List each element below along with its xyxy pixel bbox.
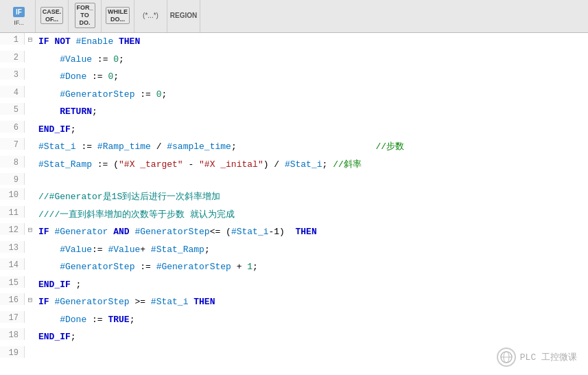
line-number: 7 <box>0 138 25 150</box>
code-token: ; <box>204 245 210 255</box>
code-token: >= <box>130 297 151 307</box>
code-row: 3 #Done := 0; <box>0 68 588 86</box>
code-line-content: #Done := 0; <box>36 68 588 86</box>
code-row: 9 <box>0 173 588 188</box>
line-number: 16 <box>0 293 25 305</box>
code-row: 10//#Generator是1S到达后进行一次斜率增加 <box>0 188 588 206</box>
code-line-content: #Value:= #Value+ #Stat_Ramp; <box>36 241 588 259</box>
code-row: 18END_IF; <box>0 328 588 346</box>
if-label: IF... <box>14 20 24 27</box>
comment-button[interactable]: (*...*) <box>134 0 167 32</box>
line-number: 5 <box>0 103 25 115</box>
fold-button[interactable]: ⊟ <box>25 293 36 304</box>
code-token: #Stat_i <box>38 141 76 152</box>
code-row: 12⊟IF #Generator AND #GeneratorStep<= (#… <box>0 223 588 241</box>
fold-button <box>25 121 36 123</box>
line-number: 3 <box>0 68 25 80</box>
code-token: IF <box>38 227 54 237</box>
toolbar: IF IF... CASE.OF... FOR_TO DO. WHILEDO..… <box>0 0 588 33</box>
code-token: #GeneratorStep <box>54 297 129 307</box>
fold-button <box>25 156 36 158</box>
code-line-content: IF #GeneratorStep >= #Stat_i THEN <box>36 293 588 311</box>
code-token: ; <box>92 106 97 117</box>
code-token: #Done <box>60 315 86 325</box>
fold-button <box>25 346 36 348</box>
fold-button <box>25 276 36 278</box>
code-token: #Generator <box>54 227 108 237</box>
region-button[interactable]: REGION <box>167 0 200 32</box>
line-number: 11 <box>0 206 25 218</box>
code-token: AND <box>108 227 134 237</box>
code-token: #Stat_i <box>151 297 189 307</box>
code-line-content: END_IF; <box>36 328 588 346</box>
code-token: + <box>231 262 247 272</box>
code-token: ; <box>161 89 167 100</box>
code-token: "#X _target" <box>119 159 183 170</box>
line-number: 13 <box>0 241 25 253</box>
code-token: ; <box>71 332 76 342</box>
code-token: := ( <box>92 159 119 170</box>
code-token: ; <box>252 262 258 272</box>
fold-button[interactable]: ⊟ <box>25 33 36 44</box>
code-line-content <box>36 346 588 350</box>
code-token: := <box>134 89 156 100</box>
code-token: <= ( <box>210 227 231 237</box>
code-token: #Value <box>108 245 140 255</box>
line-number: 18 <box>0 328 25 340</box>
fold-button <box>25 241 36 243</box>
line-number: 14 <box>0 258 25 270</box>
code-token: := <box>134 262 156 272</box>
code-token: //斜率 <box>333 159 362 170</box>
code-token: := <box>86 315 108 325</box>
fold-button <box>25 68 36 70</box>
for-button[interactable]: FOR_TO DO. <box>69 0 102 32</box>
code-row: 1⊟IF NOT #Enable THEN <box>0 33 588 51</box>
code-token: := <box>76 141 97 152</box>
code-token: ) / <box>263 159 285 170</box>
code-token: + <box>140 245 151 255</box>
if-button[interactable]: IF IF... <box>3 0 36 32</box>
code-token: ; <box>71 124 76 135</box>
line-number: 6 <box>0 121 25 133</box>
code-row: 4 #GeneratorStep := 0; <box>0 86 588 104</box>
code-row: 16⊟IF #GeneratorStep >= #Stat_i THEN <box>0 293 588 311</box>
code-token: ; <box>322 159 333 170</box>
code-row: 14 #GeneratorStep := #GeneratorStep + 1; <box>0 258 588 276</box>
code-line-content: #GeneratorStep := 0; <box>36 86 588 104</box>
code-row: 6END_IF; <box>0 121 588 139</box>
code-token: THEN <box>193 297 215 307</box>
line-number: 19 <box>0 346 25 358</box>
code-token: := <box>86 71 108 82</box>
code-token: //步数 <box>376 141 405 152</box>
while-button[interactable]: WHILEDO... <box>102 0 134 32</box>
code-row: 13 #Value:= #Value+ #Stat_Ramp; <box>0 241 588 259</box>
fold-button <box>25 206 36 208</box>
fold-button <box>25 188 36 190</box>
code-token: #GeneratorStep <box>60 262 134 272</box>
line-number: 9 <box>0 173 25 185</box>
code-token: ; <box>71 280 82 290</box>
case-icon: CASE.OF... <box>44 10 60 22</box>
code-token: := <box>92 245 108 255</box>
code-token: - <box>183 159 199 170</box>
code-row: 19 <box>0 346 588 361</box>
comment-icon: (*...*) <box>143 10 159 22</box>
code-line-content: IF #Generator AND #GeneratorStep<= (#Sta… <box>36 223 588 241</box>
code-line-content: ////一直到斜率增加的次数等于步数 就认为完成 <box>36 206 588 224</box>
code-line-content: //#Generator是1S到达后进行一次斜率增加 <box>36 188 588 206</box>
line-number: 17 <box>0 311 25 323</box>
code-line-content: RETURN; <box>36 103 588 121</box>
line-number: 15 <box>0 276 25 288</box>
code-token: THEN <box>296 227 317 237</box>
code-token: := <box>92 54 113 65</box>
fold-button[interactable]: ⊟ <box>25 223 36 234</box>
code-editor[interactable]: 1⊟IF NOT #Enable THEN2 #Value := 0;3 #Do… <box>0 33 588 375</box>
code-row: 17 #Done := TRUE; <box>0 311 588 329</box>
code-token: END_IF <box>38 280 71 290</box>
case-button[interactable]: CASE.OF... <box>36 0 69 32</box>
fold-button <box>25 103 36 105</box>
code-line-content: #Done := TRUE; <box>36 311 588 329</box>
code-row: 5 RETURN; <box>0 103 588 121</box>
code-lines-container: 1⊟IF NOT #Enable THEN2 #Value := 0;3 #Do… <box>0 33 588 361</box>
while-icon: WHILEDO... <box>110 10 126 22</box>
